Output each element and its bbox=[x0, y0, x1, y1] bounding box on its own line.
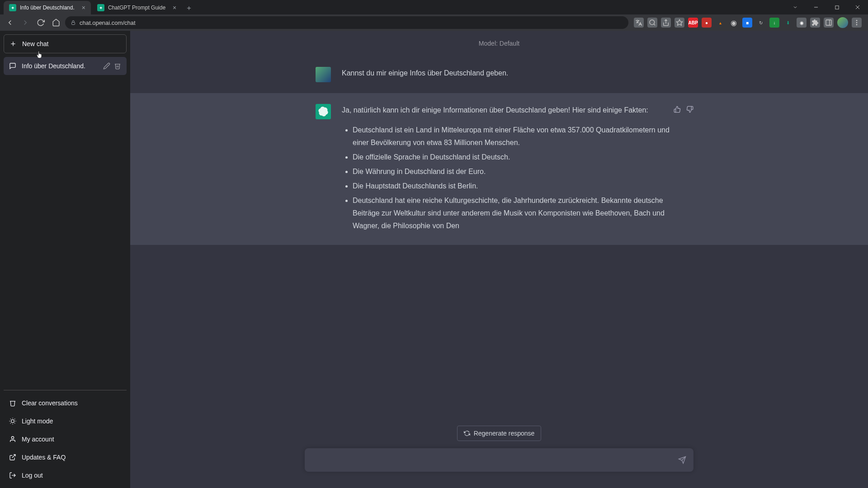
user-avatar bbox=[316, 67, 331, 82]
list-item: Die offizielle Sprache in Deutschland is… bbox=[353, 151, 683, 164]
assistant-avatar bbox=[316, 104, 331, 119]
svg-line-25 bbox=[14, 419, 15, 419]
edit-icon[interactable] bbox=[103, 62, 110, 70]
tab-title: ChatGPT Prompt Guide bbox=[108, 5, 165, 11]
svg-point-14 bbox=[856, 24, 858, 25]
menu-icon[interactable] bbox=[852, 18, 862, 28]
svg-line-20 bbox=[10, 419, 11, 419]
feedback-buttons bbox=[674, 106, 693, 113]
svg-marker-9 bbox=[676, 19, 682, 25]
minimize-window-button[interactable] bbox=[806, 0, 826, 14]
bookmark-icon[interactable] bbox=[675, 18, 684, 28]
thumbs-down-icon[interactable] bbox=[686, 106, 693, 113]
main-content: Model: Default Kannst du mir einige Info… bbox=[130, 31, 868, 488]
forward-button[interactable] bbox=[19, 16, 32, 29]
address-bar[interactable]: chat.openai.com/chat bbox=[65, 16, 628, 29]
extension-icon[interactable]: ⬇ bbox=[783, 18, 793, 28]
maximize-window-button[interactable] bbox=[826, 0, 847, 14]
list-item: Die Währung in Deutschland ist der Euro. bbox=[353, 165, 683, 178]
svg-line-8 bbox=[654, 24, 655, 25]
sidebar: New chat Info über Deutschland. Clear co… bbox=[0, 31, 130, 488]
close-tab-icon[interactable]: × bbox=[82, 4, 85, 11]
extension-icon[interactable]: ↻ bbox=[756, 18, 766, 28]
send-button[interactable] bbox=[678, 456, 686, 464]
thumbs-up-icon[interactable] bbox=[674, 106, 681, 113]
list-item: Deutschland ist ein Land in Mitteleuropa… bbox=[353, 124, 683, 149]
svg-line-24 bbox=[10, 423, 11, 423]
logout-button[interactable]: Log out bbox=[4, 466, 127, 484]
browser-titlebar: ✦ Info über Deutschland. × ✦ ChatGPT Pro… bbox=[0, 0, 868, 14]
browser-tab-active[interactable]: ✦ Info über Deutschland. × bbox=[4, 1, 91, 14]
list-item: Die Hauptstadt Deutschlands ist Berlin. bbox=[353, 180, 683, 192]
close-tab-icon[interactable]: × bbox=[173, 4, 176, 11]
updates-faq-button[interactable]: Updates & FAQ bbox=[4, 448, 127, 466]
svg-line-27 bbox=[12, 455, 15, 458]
model-indicator: Model: Default bbox=[130, 31, 868, 56]
user-message-text: Kannst du mir einige Infos über Deutschl… bbox=[342, 67, 683, 82]
app-container: New chat Info über Deutschland. Clear co… bbox=[0, 31, 868, 488]
account-label: My account bbox=[22, 436, 54, 443]
trash-icon[interactable] bbox=[114, 62, 121, 70]
svg-point-26 bbox=[11, 436, 14, 439]
svg-rect-6 bbox=[72, 23, 75, 25]
extension-icon[interactable]: ◉ bbox=[797, 18, 807, 28]
translate-icon[interactable] bbox=[634, 18, 644, 28]
model-text: Model: Default bbox=[479, 40, 519, 47]
svg-point-7 bbox=[650, 20, 655, 25]
plus-icon bbox=[9, 40, 17, 47]
light-mode-button[interactable]: Light mode bbox=[4, 412, 127, 430]
lock-icon bbox=[71, 20, 76, 25]
svg-line-21 bbox=[14, 423, 15, 423]
svg-point-12 bbox=[856, 20, 858, 21]
side-panel-icon[interactable] bbox=[824, 18, 834, 28]
close-window-button[interactable] bbox=[847, 0, 868, 14]
my-account-button[interactable]: My account bbox=[4, 430, 127, 448]
message-input-container[interactable] bbox=[305, 448, 693, 472]
browser-toolbar: chat.openai.com/chat ABP ● ▴ ◉ ■ ↻ ↓ ⬇ ◉ bbox=[0, 14, 868, 31]
chat-icon bbox=[9, 62, 16, 70]
extension-icon[interactable]: ● bbox=[702, 18, 712, 28]
extension-icon[interactable]: ◉ bbox=[729, 18, 739, 28]
user-icon bbox=[9, 436, 16, 443]
chatgpt-favicon: ✦ bbox=[97, 4, 104, 11]
light-label: Light mode bbox=[22, 418, 53, 425]
new-tab-button[interactable] bbox=[183, 2, 195, 14]
back-button[interactable] bbox=[4, 16, 16, 29]
url-text: chat.openai.com/chat bbox=[80, 19, 136, 26]
external-link-icon bbox=[9, 454, 16, 461]
assistant-message-content: Ja, natürlich kann ich dir einige Inform… bbox=[342, 104, 683, 234]
svg-point-17 bbox=[11, 420, 14, 423]
send-icon bbox=[678, 456, 686, 464]
extension-icon[interactable]: ↓ bbox=[769, 18, 779, 28]
sun-icon bbox=[9, 418, 16, 425]
abp-extension-icon[interactable]: ABP bbox=[688, 18, 698, 28]
chat-history-item[interactable]: Info über Deutschland. bbox=[4, 57, 127, 75]
browser-tab[interactable]: ✦ ChatGPT Prompt Guide × bbox=[92, 1, 182, 14]
new-chat-button[interactable]: New chat bbox=[4, 34, 127, 53]
user-message-row: Kannst du mir einige Infos über Deutschl… bbox=[130, 56, 868, 93]
chat-title: Info über Deutschland. bbox=[22, 62, 85, 70]
logout-label: Log out bbox=[22, 472, 43, 479]
clear-label: Clear conversations bbox=[22, 399, 78, 407]
share-icon[interactable] bbox=[661, 18, 671, 28]
svg-rect-3 bbox=[835, 5, 838, 9]
regenerate-label: Regenerate response bbox=[474, 430, 535, 437]
message-input[interactable] bbox=[312, 455, 678, 465]
regenerate-button[interactable]: Regenerate response bbox=[457, 426, 542, 441]
home-button[interactable] bbox=[50, 16, 62, 29]
extensions-puzzle-icon[interactable] bbox=[810, 18, 820, 28]
tab-search-icon[interactable] bbox=[785, 0, 806, 14]
reload-button[interactable] bbox=[34, 16, 47, 29]
chatgpt-favicon: ✦ bbox=[9, 4, 16, 11]
zoom-icon[interactable] bbox=[647, 18, 657, 28]
new-chat-label: New chat bbox=[22, 40, 48, 47]
input-footer: Regenerate response bbox=[130, 418, 868, 488]
assistant-message-row: Ja, natürlich kann ich dir einige Inform… bbox=[130, 93, 868, 245]
window-controls bbox=[785, 0, 868, 14]
extension-icon[interactable]: ▴ bbox=[715, 18, 725, 28]
clear-conversations-button[interactable]: Clear conversations bbox=[4, 394, 127, 412]
updates-label: Updates & FAQ bbox=[22, 454, 66, 461]
svg-point-13 bbox=[856, 22, 858, 23]
profile-avatar[interactable] bbox=[837, 17, 848, 28]
extension-icon[interactable]: ■ bbox=[742, 18, 752, 28]
